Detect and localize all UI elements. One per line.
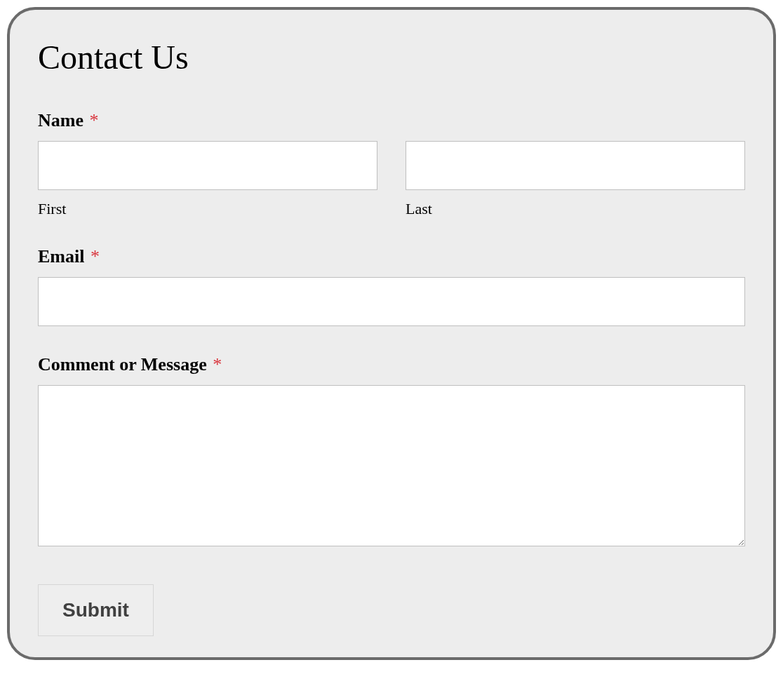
email-input[interactable] [38,277,745,326]
name-field-group: Name * First Last [38,110,745,218]
first-name-sublabel: First [38,200,377,218]
first-name-input[interactable] [38,141,377,190]
email-field-group: Email * [38,246,745,326]
required-star-icon: * [89,110,98,130]
contact-form-card: Contact Us Name * First Last Email * Com… [7,7,776,660]
last-name-sublabel: Last [406,200,745,218]
email-label-text: Email [38,246,84,267]
form-title: Contact Us [38,38,745,76]
name-row: First Last [38,141,745,218]
message-label: Comment or Message * [38,354,745,375]
required-star-icon: * [91,246,100,267]
message-textarea[interactable] [38,385,745,546]
required-star-icon: * [213,354,222,375]
message-label-text: Comment or Message [38,354,207,375]
last-name-input[interactable] [406,141,745,190]
last-name-column: Last [406,141,745,218]
name-label: Name * [38,110,745,131]
email-label: Email * [38,246,745,267]
name-label-text: Name [38,110,83,130]
message-field-group: Comment or Message * [38,354,745,549]
first-name-column: First [38,141,377,218]
submit-button[interactable]: Submit [38,584,154,636]
